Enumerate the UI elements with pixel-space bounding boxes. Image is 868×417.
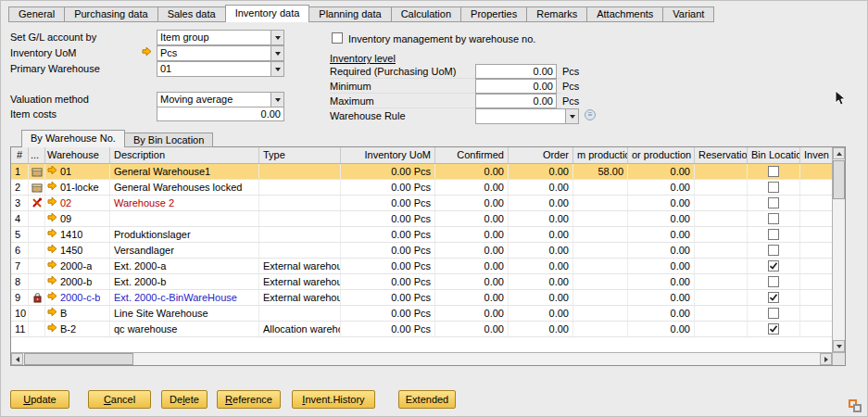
bin-location-checkbox[interactable] xyxy=(768,308,779,319)
column-header-confirmed[interactable]: Confirmed xyxy=(435,147,509,163)
link-arrow-icon[interactable] xyxy=(47,165,57,175)
resize-grip-icon[interactable] xyxy=(849,399,862,413)
bin-location-checkbox[interactable] xyxy=(768,276,779,287)
warehouse-code-cell[interactable]: 2000-a xyxy=(45,259,110,273)
scroll-right-button[interactable] xyxy=(820,353,832,365)
warehouse-code[interactable]: 2000-c-b xyxy=(60,290,100,305)
warehouse-code-cell[interactable]: 1450 xyxy=(45,243,110,258)
column-header-forprod[interactable]: or production xyxy=(628,147,695,163)
column-header-icon[interactable]: ... xyxy=(29,147,45,163)
subtab-by-warehouse-no[interactable]: By Warehouse No. xyxy=(21,130,125,147)
warehouse-code[interactable]: 02 xyxy=(60,196,71,210)
table-row-1410[interactable]: 51410Produktionslager0.00 Pcs0.000.000.0… xyxy=(11,227,832,243)
table-row-2000-b[interactable]: 82000-bExt. 2000-bExternal warehouse0.00… xyxy=(11,274,832,290)
bin-location-checkbox[interactable] xyxy=(768,213,779,224)
bin-location-checkbox[interactable] xyxy=(768,197,779,208)
link-arrow-icon[interactable] xyxy=(47,181,57,191)
table-row-1450[interactable]: 61450Versandlager0.00 Pcs0.000.000.00 xyxy=(11,243,832,259)
tab-sales-data[interactable]: Sales data xyxy=(157,6,226,22)
tab-planning-data[interactable]: Planning data xyxy=(308,6,391,22)
bin-location-checkbox[interactable] xyxy=(768,245,779,256)
bin-location-checkbox[interactable] xyxy=(768,166,779,177)
invent-history-button[interactable]: Invent.History xyxy=(292,390,375,409)
update-button[interactable]: Update xyxy=(10,390,69,409)
link-arrow-icon[interactable] xyxy=(47,196,57,207)
chevron-down-icon[interactable] xyxy=(270,31,283,44)
subtab-by-bin-location[interactable]: By Bin Location xyxy=(124,133,213,147)
warehouse-code[interactable]: 09 xyxy=(60,211,71,226)
item-costs-input[interactable]: 0.00 xyxy=(157,107,284,121)
table-row-09[interactable]: 4090.00 Pcs0.000.000.00 xyxy=(11,211,832,227)
horizontal-scrollbar-thumb[interactable] xyxy=(24,353,133,365)
table-row-01-locke[interactable]: 201-lockeGeneral Warehouses locked0.00 P… xyxy=(11,180,832,196)
warehouse-code[interactable]: 2000-b xyxy=(60,274,92,289)
tab-variant[interactable]: Variant xyxy=(662,6,714,22)
tab-properties[interactable]: Properties xyxy=(460,6,527,22)
tab-attachments[interactable]: Attachments xyxy=(586,6,663,22)
warehouse-code-cell[interactable]: 01-locke xyxy=(45,180,110,195)
chevron-down-icon[interactable] xyxy=(565,109,578,123)
horizontal-scrollbar[interactable] xyxy=(11,352,832,365)
tab-inventory-data[interactable]: Inventory data xyxy=(225,5,310,22)
tab-calculation[interactable]: Calculation xyxy=(391,6,461,22)
link-arrow-icon[interactable] xyxy=(47,291,57,301)
table-row-b-2[interactable]: 11B-2qc warehouseAllocation warehouse0.0… xyxy=(11,322,832,337)
tab-remarks[interactable]: Remarks xyxy=(526,6,587,22)
warehouse-code-cell[interactable]: 02 xyxy=(45,196,110,210)
tab-general[interactable]: General xyxy=(8,6,65,22)
warehouse-code[interactable]: 1410 xyxy=(60,227,82,242)
extended-button[interactable]: Extended xyxy=(398,390,456,409)
column-header-num[interactable]: # xyxy=(11,147,29,163)
bin-location-checkbox[interactable] xyxy=(768,229,779,240)
vertical-scrollbar[interactable] xyxy=(832,147,845,352)
link-arrow-icon[interactable] xyxy=(47,212,57,222)
warehouse-code[interactable]: B-2 xyxy=(60,322,76,336)
warehouse-code[interactable]: B xyxy=(60,306,67,321)
chevron-down-icon[interactable] xyxy=(270,62,283,76)
cancel-button[interactable]: Cancel xyxy=(88,390,151,409)
scroll-up-button[interactable] xyxy=(833,147,845,159)
warehouse-code[interactable]: 1450 xyxy=(60,243,82,258)
link-arrow-icon[interactable] xyxy=(142,46,152,58)
table-row-01[interactable]: 101General Warehouse10.00 Pcs0.000.0058.… xyxy=(11,164,832,180)
link-arrow-icon[interactable] xyxy=(47,228,57,238)
column-header-ordered[interactable]: Order xyxy=(509,147,573,163)
column-header-inprod[interactable]: m production xyxy=(573,147,628,163)
warehouse-code-cell[interactable]: 1410 xyxy=(45,227,110,242)
warehouse-code[interactable]: 01-locke xyxy=(60,180,99,195)
link-arrow-icon[interactable] xyxy=(47,275,57,285)
link-arrow-icon[interactable] xyxy=(47,244,57,254)
vertical-scrollbar-thumb[interactable] xyxy=(833,160,845,199)
link-arrow-icon[interactable] xyxy=(47,322,57,333)
column-header-bin[interactable]: Bin Location xyxy=(748,147,800,163)
reference-button[interactable]: Reference xyxy=(217,390,281,409)
column-header-warehouse[interactable]: Warehouse xyxy=(45,147,110,163)
warehouse-code-cell[interactable]: 01 xyxy=(45,164,110,179)
warehouse-rule-select[interactable] xyxy=(475,108,579,124)
bin-location-checkbox[interactable] xyxy=(768,182,779,193)
link-arrow-icon[interactable] xyxy=(47,259,57,270)
column-header-desc[interactable]: Description xyxy=(110,147,259,163)
column-header-uom[interactable]: Inventory UoM xyxy=(341,147,435,163)
warehouse-code[interactable]: 01 xyxy=(60,164,71,179)
warehouse-code-cell[interactable]: 2000-c-b xyxy=(45,290,110,305)
warehouse-code-cell[interactable]: B-2 xyxy=(45,322,110,336)
warehouse-rule-icon[interactable]: ≡ xyxy=(585,109,596,120)
table-row-02[interactable]: 302Warehouse 20.00 Pcs0.000.000.00 xyxy=(11,196,832,211)
table-row-b[interactable]: 10BLine Site Warehouse0.00 Pcs0.000.000.… xyxy=(11,306,832,322)
warehouse-code-cell[interactable]: 2000-b xyxy=(45,274,110,289)
column-header-reservation[interactable]: Reservation xyxy=(695,147,748,163)
inventory-uom-select[interactable]: Pcs xyxy=(157,45,284,61)
column-header-type[interactable]: Type xyxy=(259,147,341,163)
valuation-method-select[interactable]: Moving average xyxy=(157,92,284,107)
table-row-2000-a[interactable]: 72000-aExt. 2000-aExternal warehouse0.00… xyxy=(11,259,832,274)
table-row-2000-c-b[interactable]: 92000-c-bExt. 2000-c-BinWareHouseExterna… xyxy=(11,290,832,306)
scroll-left-button[interactable] xyxy=(11,353,23,365)
warehouse-code[interactable]: 2000-a xyxy=(60,259,92,273)
bin-location-checkbox[interactable] xyxy=(768,292,779,303)
bin-location-checkbox[interactable] xyxy=(768,323,779,335)
bin-location-checkbox[interactable] xyxy=(768,260,779,272)
warehouse-code-cell[interactable]: B xyxy=(45,306,110,321)
set-gl-account-select[interactable]: Item group xyxy=(157,30,284,45)
chevron-down-icon[interactable] xyxy=(270,46,283,60)
